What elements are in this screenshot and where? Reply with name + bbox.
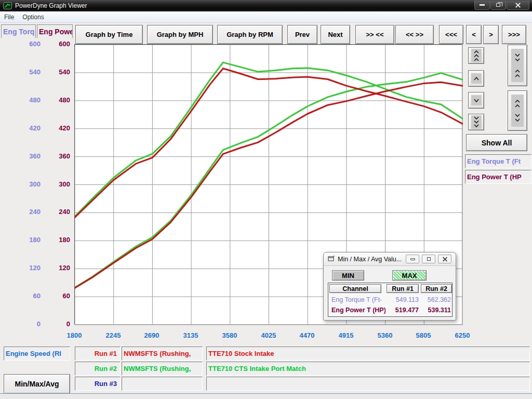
tab-eng-power[interactable]: Eng Powe: [37, 24, 73, 38]
minmax-close-button[interactable]: [438, 255, 451, 263]
x-tick-label: 6250: [455, 331, 470, 339]
x-tick-label: 5805: [416, 331, 431, 339]
min-toggle-button[interactable]: MIN: [332, 270, 364, 281]
x-channel-selector[interactable]: Engine Speed (RI: [4, 347, 70, 361]
x-tick-label: 2690: [144, 331, 159, 339]
menubar: File Options: [0, 11, 532, 23]
table-row-power-channel: Eng Power T (HP): [331, 307, 385, 314]
pan-down-fast-button[interactable]: [468, 114, 484, 130]
restore-button[interactable]: [490, 1, 506, 10]
zoom-out-y-button[interactable]: [508, 90, 527, 131]
y-tick-label: 540: [35, 68, 70, 76]
legend-eng-power[interactable]: Eng Power T (HP: [465, 170, 531, 184]
x-tick-label: 4025: [261, 331, 276, 339]
graph-by-rpm-button[interactable]: Graph by RPM: [217, 25, 283, 44]
zoom-in-y-button[interactable]: [508, 45, 527, 86]
table-row-torque-run2-max: 562.362: [421, 296, 451, 303]
x-tick-label: 5360: [378, 331, 393, 339]
x-axis-tick-labels: 1800224526903135358040254470491553605805…: [74, 331, 462, 342]
run3-description-field[interactable]: [206, 377, 530, 391]
tab-eng-torque[interactable]: Eng Torq: [1, 24, 36, 38]
y-tick-label: 420: [35, 124, 70, 132]
zoom-in-x-button[interactable]: >> <<: [355, 25, 394, 44]
x-tick-label: 4915: [339, 331, 354, 339]
scroll-right-button[interactable]: >: [483, 25, 499, 44]
y-tick-label: 240: [35, 208, 70, 216]
scroll-left-button[interactable]: <: [466, 25, 482, 44]
close-button[interactable]: [507, 1, 529, 10]
table-row-torque-channel: Eng Torque T (Ft-: [331, 296, 385, 303]
run2-label: Run #2: [75, 362, 121, 376]
x-tick-label: 4470: [300, 331, 315, 339]
minimize-icon: [480, 4, 485, 6]
run2-file-field[interactable]: NWMSFTS (Rushing,: [122, 362, 203, 376]
y-tick-label: 600: [35, 40, 70, 48]
x-tick-label: 1800: [67, 331, 82, 339]
show-all-button[interactable]: Show All: [466, 134, 527, 151]
restore-icon: [496, 3, 500, 7]
minmax-window: Min / Max / Avg Valu... MIN MAX Channel …: [323, 252, 456, 321]
minimize-button[interactable]: [474, 1, 490, 10]
y-tick-label: 180: [35, 236, 70, 244]
close-icon: [443, 257, 447, 261]
run1-description-field[interactable]: TTE710 Stock Intake: [206, 347, 530, 361]
minmaxavg-button[interactable]: Min/Max/Avg: [4, 374, 70, 394]
x-tick-label: 2245: [106, 331, 121, 339]
run1-file-field[interactable]: NWMSFTS (Rushing,: [122, 347, 203, 361]
pan-up-button[interactable]: [468, 70, 484, 87]
minmax-table: Channel Run #1 Run #2 Eng Torque T (Ft- …: [328, 283, 453, 317]
minimize-icon: [410, 258, 415, 260]
power-axis-tick-labels: 060120180240300360420480540600: [35, 44, 70, 325]
run2-description-field[interactable]: TTE710 CTS Intake Port Match: [206, 362, 530, 376]
table-row-power-run1-max: 519.477: [387, 307, 419, 314]
next-button[interactable]: Next: [321, 25, 350, 44]
table-row-power-run2-max: 539.311: [421, 307, 451, 314]
y-tick-label: 360: [35, 152, 70, 160]
menu-file[interactable]: File: [0, 12, 18, 22]
restore-icon: [427, 257, 431, 261]
chevron-up-icon: [471, 73, 482, 84]
run3-file-field[interactable]: [122, 377, 203, 391]
x-tick-label: 3135: [183, 331, 198, 339]
x-tick-label: 3580: [222, 331, 237, 339]
legend-eng-torque[interactable]: Eng Torque T (Ft: [465, 154, 531, 168]
minmax-titlebar[interactable]: Min / Max / Avg Valu...: [324, 252, 456, 266]
minmax-minimize-button[interactable]: [406, 255, 419, 263]
pan-up-fast-button[interactable]: [468, 47, 484, 64]
expand-vertical-icon: [511, 95, 524, 127]
menu-options[interactable]: Options: [18, 12, 48, 22]
triple-chevron-up-icon: [471, 49, 482, 62]
run3-label: Run #3: [75, 377, 121, 391]
graph-by-mph-button[interactable]: Graph by MPH: [147, 25, 213, 44]
zoom-out-x-button[interactable]: << >>: [395, 25, 434, 44]
column-header-channel[interactable]: Channel: [329, 284, 381, 293]
graph-by-time-button[interactable]: Graph by Time: [75, 25, 143, 44]
table-row-torque-run1-max: 549.113: [387, 296, 419, 303]
minmax-window-title: Min / Max / Avg Valu...: [338, 256, 402, 263]
chevron-down-icon: [471, 95, 482, 105]
column-header-run1[interactable]: Run #1: [387, 284, 419, 293]
status-bar: [0, 393, 532, 399]
minmax-window-icon: [328, 256, 335, 263]
triple-chevron-down-icon: [471, 115, 482, 129]
minmax-restore-button[interactable]: [422, 255, 435, 263]
y-tick-label: 60: [35, 292, 70, 300]
column-header-run2[interactable]: Run #2: [421, 284, 452, 293]
close-icon: [515, 3, 521, 8]
y-tick-label: 0: [35, 320, 70, 328]
scroll-far-left-button[interactable]: <<<: [439, 25, 463, 44]
run1-label: Run #1: [75, 347, 121, 361]
y-tick-label: 480: [35, 96, 70, 104]
window-title: PowerDyne Graph Viewer: [15, 2, 87, 9]
window-titlebar[interactable]: PowerDyne Graph Viewer: [0, 0, 532, 11]
pan-down-button[interactable]: [468, 92, 484, 109]
app-icon: [3, 2, 12, 9]
prev-button[interactable]: Prev: [287, 25, 317, 44]
scroll-far-right-button[interactable]: >>>: [502, 25, 526, 44]
max-toggle-button[interactable]: MAX: [392, 270, 427, 281]
y-tick-label: 300: [35, 180, 70, 188]
compress-vertical-icon: [511, 49, 524, 82]
y-tick-label: 120: [35, 264, 70, 272]
